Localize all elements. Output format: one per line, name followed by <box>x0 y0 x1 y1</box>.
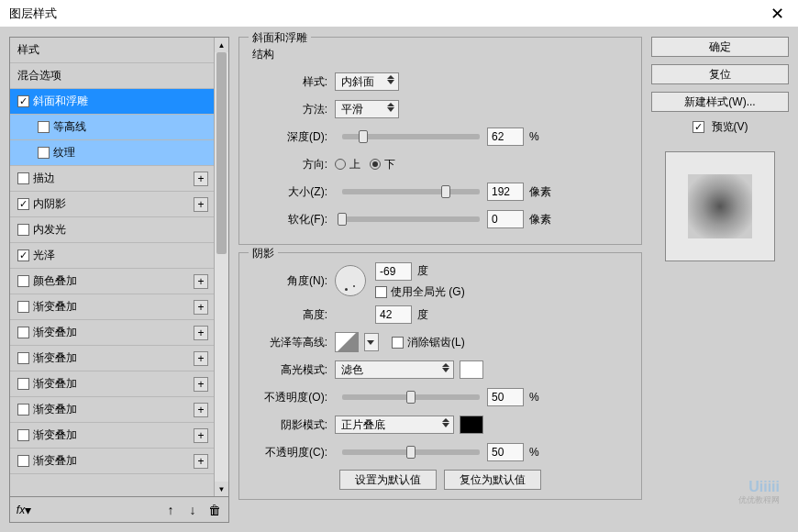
style-item-checkbox[interactable] <box>17 378 29 390</box>
style-select[interactable]: 内斜面 <box>335 72 399 91</box>
gloss-contour-dropdown[interactable] <box>364 333 379 351</box>
add-effect-icon[interactable]: + <box>194 428 208 443</box>
add-effect-icon[interactable]: + <box>194 377 208 392</box>
style-item-checkbox[interactable] <box>17 95 29 107</box>
ok-button[interactable]: 确定 <box>651 37 789 57</box>
move-up-icon[interactable]: ↑ <box>162 502 179 518</box>
style-item-label: 渐变叠加 <box>33 325 77 340</box>
shadow-opacity-slider[interactable] <box>342 449 480 455</box>
direction-label: 方向: <box>252 157 335 172</box>
style-item-checkbox[interactable] <box>38 121 50 133</box>
depth-input[interactable] <box>487 127 524 146</box>
style-item[interactable]: 描边+ <box>10 166 214 192</box>
style-item-label: 斜面和浮雕 <box>33 94 88 109</box>
reset-default-button[interactable]: 复位为默认值 <box>444 470 541 490</box>
gloss-contour-picker[interactable] <box>335 332 359 352</box>
scrollbar-thumb[interactable] <box>216 52 227 254</box>
style-item-checkbox[interactable] <box>38 147 50 159</box>
soften-slider[interactable] <box>342 216 480 222</box>
style-item-checkbox[interactable] <box>17 275 29 287</box>
style-item-checkbox[interactable] <box>17 224 29 236</box>
preview-box <box>665 151 775 261</box>
style-item[interactable]: 渐变叠加+ <box>10 397 214 423</box>
style-item[interactable]: 渐变叠加+ <box>10 320 214 346</box>
shadow-opacity-unit: % <box>529 446 539 459</box>
add-effect-icon[interactable]: + <box>194 454 208 469</box>
style-item[interactable]: 纹理 <box>10 140 214 166</box>
direction-up-radio[interactable]: 上 <box>335 157 360 172</box>
style-item[interactable]: 内阴影+ <box>10 192 214 217</box>
gloss-contour-label: 光泽等高线: <box>252 335 335 350</box>
depth-unit: % <box>529 130 539 143</box>
style-item-label: 颜色叠加 <box>33 273 77 289</box>
new-style-button[interactable]: 新建样式(W)... <box>651 92 789 112</box>
style-item-label: 渐变叠加 <box>33 427 77 443</box>
soften-input[interactable] <box>487 210 524 228</box>
sidebar-footer: fx▾ ↑ ↓ 🗑 <box>9 497 229 523</box>
style-item[interactable]: 渐变叠加+ <box>10 371 214 397</box>
fieldset-legend-shading: 阴影 <box>249 246 278 261</box>
style-item-label: 渐变叠加 <box>33 376 77 392</box>
shadow-color-swatch[interactable] <box>460 416 483 434</box>
style-item-checkbox[interactable] <box>17 198 29 210</box>
antialias-checkbox[interactable] <box>392 337 404 349</box>
size-unit: 像素 <box>529 184 551 200</box>
style-item-checkbox[interactable] <box>17 301 29 313</box>
style-item[interactable]: 光泽 <box>10 243 214 269</box>
style-item-checkbox[interactable] <box>17 352 29 364</box>
style-item[interactable]: 颜色叠加+ <box>10 269 214 294</box>
preview-checkbox[interactable] <box>693 121 704 133</box>
add-effect-icon[interactable]: + <box>194 172 208 186</box>
angle-input[interactable] <box>375 262 412 281</box>
style-item[interactable]: 内发光 <box>10 217 214 243</box>
style-item-checkbox[interactable] <box>17 327 29 338</box>
style-item[interactable]: 渐变叠加+ <box>10 423 214 449</box>
style-item-checkbox[interactable] <box>17 172 29 184</box>
structure-label: 结构 <box>252 47 628 62</box>
sidebar-header-style[interactable]: 样式 <box>10 38 214 63</box>
global-light-checkbox[interactable] <box>375 286 387 298</box>
add-effect-icon[interactable]: + <box>194 326 208 340</box>
style-item-checkbox[interactable] <box>17 455 29 467</box>
add-effect-icon[interactable]: + <box>194 351 208 366</box>
method-select[interactable]: 平滑 <box>335 100 399 118</box>
make-default-button[interactable]: 设置为默认值 <box>339 470 437 490</box>
scroll-up-icon[interactable]: ▲ <box>215 38 228 52</box>
scrollbar[interactable]: ▲ ▼ <box>214 38 228 496</box>
add-effect-icon[interactable]: + <box>194 300 208 315</box>
highlight-opacity-input[interactable] <box>487 388 524 406</box>
add-effect-icon[interactable]: + <box>194 197 208 212</box>
altitude-input[interactable] <box>375 305 412 324</box>
scroll-down-icon[interactable]: ▼ <box>215 482 228 496</box>
titlebar: 图层样式 ✕ <box>0 0 798 28</box>
size-slider[interactable] <box>342 189 480 194</box>
depth-slider[interactable] <box>342 134 480 139</box>
style-item[interactable]: 斜面和浮雕 <box>10 89 214 115</box>
sidebar-header-blend[interactable]: 混合选项 <box>10 63 214 89</box>
angle-dial[interactable] <box>335 265 366 296</box>
style-item-checkbox[interactable] <box>17 404 29 416</box>
shadow-mode-select[interactable]: 正片叠底 <box>335 416 454 434</box>
highlight-color-swatch[interactable] <box>460 360 483 379</box>
add-effect-icon[interactable]: + <box>194 403 208 417</box>
style-item[interactable]: 渐变叠加+ <box>10 346 214 371</box>
styles-sidebar: 样式 混合选项 斜面和浮雕等高线纹理描边+内阴影+内发光光泽颜色叠加+渐变叠加+… <box>9 37 229 523</box>
add-effect-icon[interactable]: + <box>194 274 208 289</box>
move-down-icon[interactable]: ↓ <box>184 502 201 518</box>
highlight-opacity-unit: % <box>529 391 539 404</box>
direction-down-radio[interactable]: 下 <box>370 157 395 172</box>
style-item[interactable]: 渐变叠加+ <box>10 449 214 474</box>
highlight-opacity-slider[interactable] <box>342 394 480 400</box>
style-item[interactable]: 等高线 <box>10 115 214 140</box>
shadow-opacity-input[interactable] <box>487 443 524 461</box>
style-item-checkbox[interactable] <box>17 249 29 261</box>
close-icon[interactable]: ✕ <box>766 4 789 24</box>
highlight-mode-select[interactable]: 滤色 <box>335 360 454 379</box>
style-item-checkbox[interactable] <box>17 429 29 441</box>
trash-icon[interactable]: 🗑 <box>206 502 223 518</box>
fx-icon[interactable]: fx▾ <box>16 502 32 518</box>
cancel-button[interactable]: 复位 <box>651 64 789 84</box>
size-input[interactable] <box>487 183 524 201</box>
style-item[interactable]: 渐变叠加+ <box>10 294 214 320</box>
soften-label: 软化(F): <box>252 212 335 227</box>
